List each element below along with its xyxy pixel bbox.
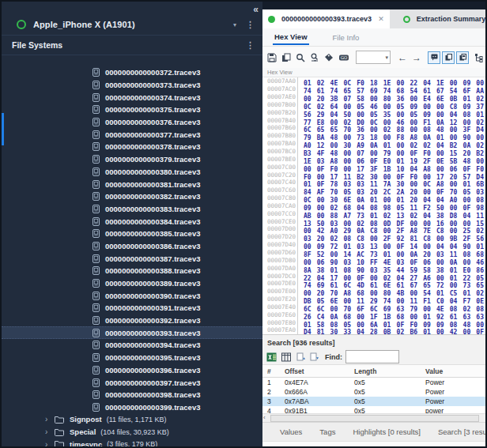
tag-icon[interactable] — [324, 53, 334, 62]
file-tree-item[interactable]: 0000000000000383.tracev3 — [2, 203, 262, 216]
scrollbar-thumb[interactable] — [270, 415, 479, 422]
file-name: 0000000000000382.tracev3 — [105, 192, 200, 201]
search-results-table: # Offset Length Value 10x4E7A0x5Power20x… — [262, 364, 487, 416]
next-result-icon[interactable] — [310, 352, 319, 361]
file-tree-item[interactable]: 0000000000000372.tracev3 — [2, 66, 262, 79]
file-tree-item[interactable]: 0000000000000382.tracev3 — [2, 190, 262, 203]
tab-hex-view[interactable]: Hex View — [273, 29, 309, 45]
tab-close-icon[interactable]: ✕ — [378, 15, 384, 23]
column-length[interactable]: Length — [354, 367, 425, 375]
file-tree-item[interactable]: 0000000000000399.tracev3 — [2, 401, 262, 414]
file-tree-item[interactable]: 0000000000000395.tracev3 — [2, 352, 262, 364]
file-tree-item[interactable]: 0000000000000391.tracev3 — [2, 302, 262, 314]
file-tree-item[interactable]: 0000000000000386.tracev3 — [2, 240, 262, 253]
device-caret-down-icon[interactable]: ▾ — [233, 21, 236, 28]
search-result-row[interactable]: 30x7ABA0x5Power — [262, 397, 487, 406]
folder-tree-item[interactable]: ›Special(104 files, 30,923 KB) — [2, 426, 262, 439]
chevron-right-icon[interactable]: › — [45, 427, 55, 436]
previous-result-icon[interactable] — [296, 352, 305, 361]
annotations-toggle-icon[interactable] — [428, 51, 440, 64]
chevron-right-icon[interactable]: › — [45, 415, 55, 424]
column-offset[interactable]: Offset — [285, 367, 354, 375]
file-tree-item[interactable]: 0000000000000379.tracev3 — [2, 153, 262, 166]
file-tree-item[interactable]: 0000000000000396.tracev3 — [2, 364, 262, 377]
file-tree-item[interactable]: 0000000000000380.tracev3 — [2, 166, 262, 179]
file-tree-item[interactable]: 0000000000000375.tracev3 — [2, 104, 262, 116]
file-systems-header[interactable]: File Systems ⋮ — [2, 36, 262, 55]
result-length: 0x5 — [354, 378, 425, 386]
hex-row[interactable]: 00007EA0D481303304280B02B6010042000F — [262, 326, 487, 334]
search-result-row[interactable]: 10x4E7A0x5Power — [262, 378, 487, 387]
file-icon — [92, 353, 100, 362]
file-tree-item[interactable]: 0000000000000378.tracev3 — [2, 141, 262, 153]
save-icon[interactable] — [267, 53, 277, 62]
choose-columns-icon[interactable] — [281, 352, 292, 362]
bottom-tab-tags[interactable]: Tags — [319, 427, 335, 436]
hex-viewer[interactable]: 00007AA001024E0CF0181E0022041E0009000000… — [262, 77, 487, 334]
copy-selection-toggle-icon[interactable] — [442, 51, 455, 64]
device-overflow-menu-icon[interactable]: ⋮ — [246, 20, 255, 30]
horizontal-scrollbar[interactable]: ‹ — [262, 413, 487, 422]
device-header[interactable]: Apple_iPhone X (A1901) ▾ ⋮ — [2, 14, 262, 36]
file-tree-item[interactable]: 0000000000000377.tracev3 — [2, 128, 262, 141]
tab-file-info[interactable]: File Info — [331, 30, 361, 44]
file-systems-overflow-menu-icon[interactable]: ⋮ — [246, 40, 255, 51]
bottom-tab-search[interactable]: Search [3 results] — [438, 427, 487, 436]
search-icon[interactable] — [296, 53, 305, 62]
file-tree-item[interactable]: 0000000000000397.tracev3 — [2, 376, 262, 389]
file-icon — [92, 242, 100, 250]
scroll-left-icon[interactable]: ‹ — [263, 414, 266, 422]
bottom-tab-bar: ValuesTagsHighlights [0 results]Search [… — [262, 422, 487, 441]
results-table-header[interactable]: # Offset Length Value — [262, 364, 487, 378]
tab-extraction-summary[interactable]: Extraction Summary (1) ✕ — [398, 9, 487, 28]
tab-tracev3-file[interactable]: 0000000000000393.tracev3 ✕ — [262, 9, 390, 28]
navigate-forward-icon[interactable]: → — [412, 52, 421, 63]
file-tree-item[interactable]: 0000000000000385.tracev3 — [2, 228, 262, 240]
file-tree-item[interactable]: 0000000000000376.tracev3 — [2, 116, 262, 129]
file-name: 0000000000000391.tracev3 — [105, 303, 200, 312]
bottom-tab-values[interactable]: Values — [280, 427, 302, 436]
file-tree-item[interactable]: 0000000000000381.tracev3 — [2, 178, 262, 190]
sidebar-collapse-icon[interactable]: « — [253, 4, 259, 15]
chevron-right-icon[interactable]: › — [45, 440, 55, 448]
folder-info: (11 files, 1,171 KB) — [107, 416, 167, 424]
hex-offset: 00007E80 — [262, 319, 299, 326]
file-icon — [92, 378, 100, 387]
copy-formatted-toggle-icon[interactable] — [456, 51, 469, 64]
folder-tree-item[interactable]: ›timesync(3 files, 179 KB) — [2, 438, 262, 448]
column-value[interactable]: Value — [425, 367, 487, 375]
find-label: Find: — [325, 353, 342, 361]
export-excel-icon[interactable] — [266, 352, 277, 362]
result-num: 1 — [262, 378, 285, 386]
file-tree-item[interactable]: 0000000000000389.tracev3 — [2, 277, 262, 290]
file-tree-item[interactable]: 0000000000000384.tracev3 — [2, 215, 262, 228]
file-tree-item[interactable]: 0000000000000388.tracev3 — [2, 265, 262, 277]
file-name: 0000000000000386.tracev3 — [105, 242, 200, 250]
navigate-back-icon[interactable]: ← — [398, 52, 407, 63]
bottom-tab-highlights[interactable]: Highlights [0 results] — [353, 427, 421, 436]
goto-offset-combobox[interactable]: ▾ — [356, 51, 391, 64]
hex-byte: D4 — [304, 329, 317, 334]
copy-icon[interactable] — [281, 53, 291, 62]
folder-tree-item[interactable]: ›Signpost(11 files, 1,171 KB) — [2, 413, 262, 426]
search-result-row[interactable]: 20x666A0x5Power — [262, 387, 487, 397]
file-icon — [92, 130, 100, 139]
file-name: 0000000000000392.tracev3 — [105, 316, 200, 325]
file-icon — [92, 118, 100, 126]
goto-offset-icon[interactable]: GO — [338, 53, 349, 62]
result-value: Power — [425, 397, 487, 405]
file-tree-item[interactable]: 0000000000000398.tracev3 — [2, 389, 262, 401]
structure-tree-icon[interactable] — [474, 53, 484, 62]
hex-offset: 00007CE0 — [262, 218, 299, 225]
file-tree-item[interactable]: 0000000000000393.tracev3 — [2, 326, 262, 339]
file-tree-item[interactable]: 0000000000000394.tracev3 — [2, 339, 262, 352]
column-num[interactable]: # — [262, 367, 285, 375]
file-tree-item[interactable]: 0000000000000387.tracev3 — [2, 252, 262, 265]
search-next-icon[interactable] — [310, 53, 319, 62]
file-tree-item[interactable]: 0000000000000390.tracev3 — [2, 289, 262, 302]
file-tree-item[interactable]: 0000000000000373.tracev3 — [2, 79, 262, 92]
search-results-title: Search [936 results] — [262, 335, 487, 349]
file-tree-item[interactable]: 0000000000000392.tracev3 — [2, 314, 262, 327]
find-input[interactable] — [345, 350, 399, 363]
file-tree-item[interactable]: 0000000000000374.tracev3 — [2, 91, 262, 104]
